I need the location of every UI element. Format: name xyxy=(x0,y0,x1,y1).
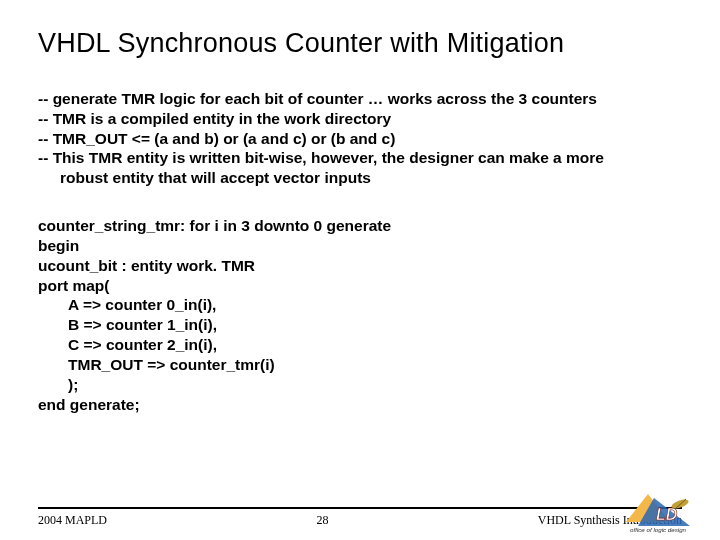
footer-rule xyxy=(38,507,682,509)
comment-line: -- TMR_OUT <= (a and b) or (a and c) or … xyxy=(38,129,682,149)
footer: 2004 MAPLD 28 VHDL Synthesis Introductio… xyxy=(38,507,682,528)
code-line: counter_string_tmr: for i in 3 downto 0 … xyxy=(38,216,682,236)
slide-title: VHDL Synchronous Counter with Mitigation xyxy=(38,28,682,59)
comment-line-cont: robust entity that will accept vector in… xyxy=(38,168,682,188)
logo-tagline: office of logic design xyxy=(630,526,687,533)
code-line: A => counter 0_in(i), xyxy=(38,295,682,315)
code-line: ucount_bit : entity work. TMR xyxy=(38,256,682,276)
slide: VHDL Synchronous Counter with Mitigation… xyxy=(0,0,720,540)
code-block: counter_string_tmr: for i in 3 downto 0 … xyxy=(38,216,682,414)
comment-line: -- TMR is a compiled entity in the work … xyxy=(38,109,682,129)
footer-row: 2004 MAPLD 28 VHDL Synthesis Introductio… xyxy=(38,513,682,528)
footer-left: 2004 MAPLD xyxy=(38,513,107,528)
code-line: ); xyxy=(38,375,682,395)
comment-line: -- This TMR entity is written bit-wise, … xyxy=(38,148,682,168)
footer-page-number: 28 xyxy=(107,513,538,528)
code-line: C => counter 2_in(i), xyxy=(38,335,682,355)
code-line: port map( xyxy=(38,276,682,296)
code-line: begin xyxy=(38,236,682,256)
comment-block: -- generate TMR logic for each bit of co… xyxy=(38,89,682,188)
code-line: B => counter 1_in(i), xyxy=(38,315,682,335)
logo-letters: LD xyxy=(656,506,678,523)
code-line: TMR_OUT => counter_tmr(i) xyxy=(38,355,682,375)
logo-icon: LD office of logic design xyxy=(620,492,698,534)
comment-line: -- generate TMR logic for each bit of co… xyxy=(38,89,682,109)
code-line: end generate; xyxy=(38,395,682,415)
